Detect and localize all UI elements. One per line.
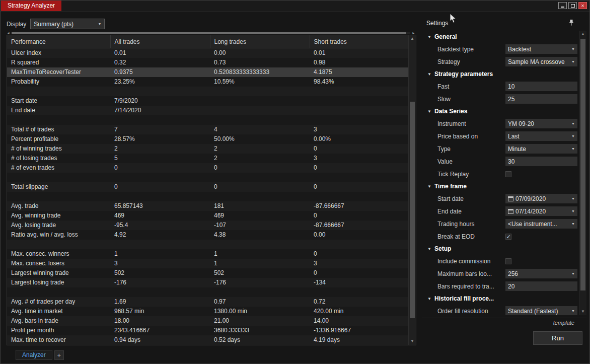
table-row-spacer[interactable] xyxy=(7,173,409,182)
table-row-total-of-trades[interactable]: Total # of trades743 xyxy=(7,125,409,134)
setting-label: Trading hours xyxy=(422,221,505,228)
pin-icon[interactable] xyxy=(568,19,574,26)
setting-dropdown-order-fill-resolution[interactable]: Standard (Fastest)▼ xyxy=(505,306,577,315)
table-row-probability[interactable]: Probability23.25%10.59%98.43% xyxy=(7,77,409,87)
table-row-largest-losing-trade[interactable]: Largest losing trade-176-176-134 xyxy=(7,278,409,287)
table-row-avg-winning-trade[interactable]: Avg. winning trade4694690 xyxy=(7,211,409,221)
horizontal-scroll-thumb[interactable] xyxy=(12,32,406,34)
table-row-avg-losing-trade[interactable]: Avg. losing trade-95.4-107-87.666667 xyxy=(7,221,409,230)
setting-dropdown-trading-hours[interactable]: <Use instrument...▼ xyxy=(505,219,577,229)
tab-analyzer[interactable]: Analyzer xyxy=(16,350,52,360)
scroll-up-icon[interactable]: ▲ xyxy=(409,35,416,42)
section-expand-icon[interactable]: ▼ xyxy=(427,109,434,114)
column-header-short-trades[interactable]: Short trades xyxy=(310,35,409,48)
setting-input-bars-required-to-tra[interactable]: 20 xyxy=(505,281,577,291)
restore-button[interactable] xyxy=(568,2,577,9)
setting-row-instrument: InstrumentYM 09-20▼ xyxy=(422,117,579,130)
table-row-max-consec-winners[interactable]: Max. consec. winners110 xyxy=(7,249,409,259)
vertical-scroll-thumb[interactable] xyxy=(410,102,415,318)
setting-checkbox-break-at-eod[interactable]: ✓ xyxy=(505,234,511,240)
settings-scroll-thumb[interactable] xyxy=(580,39,585,290)
table-row-profit-per-month[interactable]: Profit per month2343.4166673680.333333-1… xyxy=(7,326,409,335)
table-row-avg-of-trades-per-day[interactable]: Avg. # of trades per day1.690.970.72 xyxy=(7,297,409,307)
table-row-of-losing-trades[interactable]: # of losing trades523 xyxy=(7,154,409,163)
setting-checkbox-tick-replay[interactable] xyxy=(505,171,511,177)
table-row-end-date[interactable]: End date7/14/2020 xyxy=(7,106,409,115)
table-row-maxtimetorecovertester[interactable]: MaxTimeToRecoverTester0.93750.5208333333… xyxy=(7,67,409,77)
metric-value: 10.59% xyxy=(210,77,310,87)
scroll-down-icon[interactable]: ▼ xyxy=(409,338,416,345)
close-button[interactable]: × xyxy=(578,2,587,9)
setting-value: Backtest xyxy=(508,46,570,53)
table-row-ulcer-index[interactable]: Ulcer index0.010.000.01 xyxy=(7,48,409,58)
table-row-spacer[interactable] xyxy=(7,115,409,125)
settings-section-setup[interactable]: ▼Setup xyxy=(422,243,579,255)
metric-label: Largest winning trade xyxy=(7,268,110,278)
settings-section-data-series[interactable]: ▼Data Series xyxy=(422,105,579,117)
horizontal-scroll-track[interactable] xyxy=(12,32,410,34)
table-row-avg-trade[interactable]: Avg. trade65.857143181-87.666667 xyxy=(7,201,409,211)
table-row-r-squared[interactable]: R squared0.320.730.98 xyxy=(7,58,409,67)
minimize-button[interactable] xyxy=(558,2,567,9)
settings-panel: Settings ▼GeneralBacktest typeBacktest▼S… xyxy=(422,17,586,348)
section-expand-icon[interactable]: ▼ xyxy=(427,297,434,301)
metric-value xyxy=(310,287,409,297)
table-row-spacer[interactable] xyxy=(7,240,409,249)
template-link[interactable]: template xyxy=(553,320,574,326)
table-row-percent-profitable[interactable]: Percent profitable28.57%50.00%0.00% xyxy=(7,134,409,144)
table-row-of-winning-trades[interactable]: # of winning trades220 xyxy=(7,144,409,154)
metric-value xyxy=(210,192,310,201)
table-vertical-scrollbar[interactable]: ▲ ▼ xyxy=(408,35,416,345)
setting-date-start-date[interactable]: 07/09/2020▼ xyxy=(505,194,577,203)
metric-label: Max. consec. winners xyxy=(7,249,110,259)
metric-value: 0 xyxy=(310,144,409,154)
column-header-all-trades[interactable]: All trades xyxy=(110,35,210,48)
setting-dropdown-backtest-type[interactable]: Backtest▼ xyxy=(505,44,577,54)
setting-input-fast[interactable]: 10 xyxy=(505,82,577,91)
table-row-max-consec-losers[interactable]: Max. consec. losers313 xyxy=(7,259,409,268)
section-expand-icon[interactable]: ▼ xyxy=(427,72,434,77)
column-header-performance[interactable]: Performance xyxy=(7,35,110,48)
table-row-of-even-trades[interactable]: # of even trades000 xyxy=(7,163,409,173)
setting-value: YM 09-20 xyxy=(508,120,570,127)
setting-dropdown-type[interactable]: Minute▼ xyxy=(505,144,577,154)
setting-dropdown-maximum-bars-loo[interactable]: 256▼ xyxy=(505,269,577,278)
settings-section-strategy-parameters[interactable]: ▼Strategy parameters xyxy=(422,68,579,80)
setting-dropdown-price-based-on[interactable]: Last▼ xyxy=(505,131,577,141)
add-tab-button[interactable]: + xyxy=(54,350,64,360)
table-row-ratio-avg-win-avg-loss[interactable]: Ratio avg. win / avg. loss4.924.380.00 xyxy=(7,230,409,240)
setting-input-slow[interactable]: 25 xyxy=(505,94,577,104)
setting-control-slot: 20 xyxy=(505,281,579,291)
scroll-down-icon[interactable]: ▼ xyxy=(579,308,586,315)
section-expand-icon[interactable]: ▼ xyxy=(427,247,434,251)
settings-section-time-frame[interactable]: ▼Time frame xyxy=(422,180,579,192)
setting-label: Type xyxy=(422,145,505,153)
metric-value: 0.32 xyxy=(110,58,210,67)
settings-scrollbar[interactable]: ▲ ▼ xyxy=(579,31,586,315)
scroll-up-icon[interactable]: ▲ xyxy=(579,31,586,38)
setting-dropdown-instrument[interactable]: YM 09-20▼ xyxy=(505,119,577,128)
table-row-spacer[interactable] xyxy=(7,287,409,297)
table-row-max-time-to-recover[interactable]: Max. time to recover0.94 days0.52 days4.… xyxy=(7,335,409,345)
setting-input-value[interactable]: 30 xyxy=(505,157,577,166)
section-expand-icon[interactable]: ▼ xyxy=(427,184,434,189)
setting-checkbox-include-commission[interactable] xyxy=(505,258,511,264)
table-row-largest-winning-trade[interactable]: Largest winning trade5025020 xyxy=(7,268,409,278)
metric-value xyxy=(110,240,210,249)
setting-dropdown-strategy[interactable]: Sample MA crossove▼ xyxy=(505,57,577,66)
settings-section-historical-fill-proce[interactable]: ▼Historical fill proce... xyxy=(422,293,579,305)
settings-section-general[interactable]: ▼General xyxy=(422,31,579,43)
display-dropdown[interactable]: Summary (pts) ▼ xyxy=(30,19,105,29)
table-row-avg-time-in-market[interactable]: Avg. time in market968.57 min1380.00 min… xyxy=(7,307,409,316)
table-row-avg-bars-in-trade[interactable]: Avg. bars in trade18.0021.0014.00 xyxy=(7,316,409,326)
column-header-long-trades[interactable]: Long trades xyxy=(210,35,310,48)
metric-label xyxy=(7,192,110,201)
table-row-start-date[interactable]: Start date7/9/2020 xyxy=(7,96,409,106)
table-row-spacer[interactable] xyxy=(7,192,409,201)
setting-date-end-date[interactable]: 07/14/2020▼ xyxy=(505,206,577,216)
metric-value: 0.9375 xyxy=(110,67,210,77)
run-button[interactable]: Run xyxy=(533,331,582,345)
section-expand-icon[interactable]: ▼ xyxy=(427,35,434,39)
table-row-total-slippage[interactable]: Total slippage000 xyxy=(7,182,409,192)
table-row-spacer[interactable] xyxy=(7,87,409,96)
